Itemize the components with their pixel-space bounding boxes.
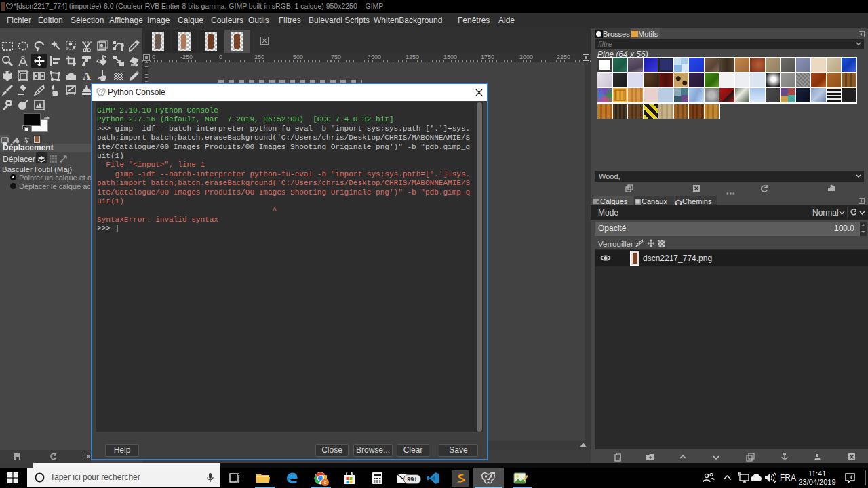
svg-text:A: A <box>83 70 92 82</box>
